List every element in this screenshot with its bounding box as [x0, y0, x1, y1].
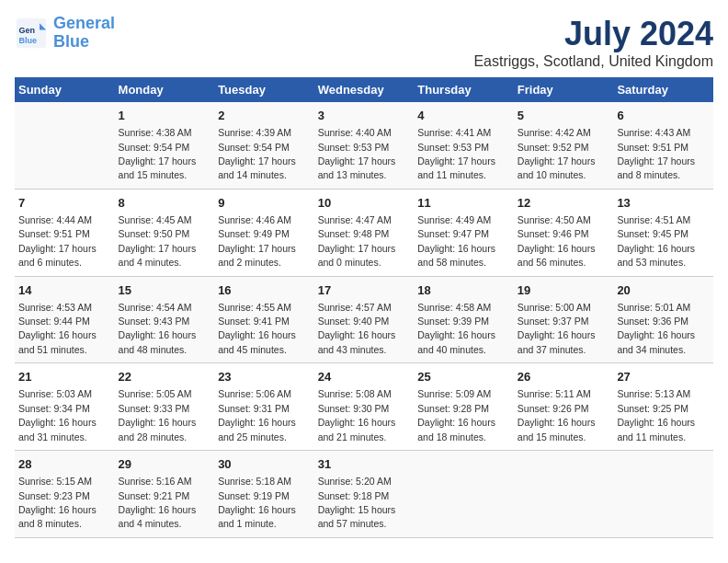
day-info: Sunrise: 5:05 AM Sunset: 9:33 PM Dayligh… — [119, 388, 197, 442]
day-info: Sunrise: 4:46 AM Sunset: 9:49 PM Dayligh… — [218, 214, 296, 268]
calendar-cell — [15, 102, 115, 189]
calendar-cell: 3Sunrise: 4:40 AM Sunset: 9:53 PM Daylig… — [314, 102, 415, 189]
day-info: Sunrise: 5:16 AM Sunset: 9:21 PM Dayligh… — [119, 476, 197, 529]
day-number: 1 — [119, 108, 211, 124]
logo-line2: Blue — [53, 32, 89, 51]
week-row-1: 1Sunrise: 4:38 AM Sunset: 9:54 PM Daylig… — [15, 102, 713, 189]
week-row-3: 14Sunrise: 4:53 AM Sunset: 9:44 PM Dayli… — [15, 276, 713, 363]
logo: Gen Blue General Blue — [15, 15, 115, 52]
day-info: Sunrise: 4:39 AM Sunset: 9:54 PM Dayligh… — [218, 127, 296, 180]
column-header-wednesday: Wednesday — [314, 77, 415, 102]
calendar-body: 1Sunrise: 4:38 AM Sunset: 9:54 PM Daylig… — [15, 102, 713, 537]
svg-text:Gen: Gen — [19, 26, 36, 35]
calendar-cell: 10Sunrise: 4:47 AM Sunset: 9:48 PM Dayli… — [314, 189, 415, 276]
day-info: Sunrise: 5:00 AM Sunset: 9:37 PM Dayligh… — [518, 302, 596, 355]
day-number: 8 — [119, 195, 211, 212]
calendar-cell: 16Sunrise: 4:55 AM Sunset: 9:41 PM Dayli… — [214, 276, 314, 363]
subtitle: Eastriggs, Scotland, United Kingdom — [473, 53, 713, 70]
day-info: Sunrise: 5:11 AM Sunset: 9:26 PM Dayligh… — [518, 388, 596, 442]
day-info: Sunrise: 4:51 AM Sunset: 9:45 PM Dayligh… — [617, 214, 695, 268]
day-info: Sunrise: 4:38 AM Sunset: 9:54 PM Dayligh… — [119, 127, 197, 180]
week-row-5: 28Sunrise: 5:15 AM Sunset: 9:23 PM Dayli… — [15, 451, 713, 538]
svg-text:Blue: Blue — [19, 36, 38, 45]
calendar-cell: 17Sunrise: 4:57 AM Sunset: 9:40 PM Dayli… — [314, 276, 415, 363]
day-number: 10 — [318, 195, 411, 212]
day-info: Sunrise: 5:09 AM Sunset: 9:28 PM Dayligh… — [417, 388, 495, 442]
day-number: 30 — [218, 456, 311, 473]
calendar-cell: 29Sunrise: 5:16 AM Sunset: 9:21 PM Dayli… — [115, 451, 215, 538]
week-row-2: 7Sunrise: 4:44 AM Sunset: 9:51 PM Daylig… — [15, 189, 713, 276]
calendar-cell: 30Sunrise: 5:18 AM Sunset: 9:19 PM Dayli… — [214, 451, 314, 538]
calendar-cell: 20Sunrise: 5:01 AM Sunset: 9:36 PM Dayli… — [613, 276, 713, 363]
day-info: Sunrise: 4:58 AM Sunset: 9:39 PM Dayligh… — [417, 302, 495, 355]
day-info: Sunrise: 5:20 AM Sunset: 9:18 PM Dayligh… — [318, 476, 396, 529]
day-number: 13 — [617, 195, 710, 212]
calendar-cell: 13Sunrise: 4:51 AM Sunset: 9:45 PM Dayli… — [613, 189, 713, 276]
calendar-cell: 4Sunrise: 4:41 AM Sunset: 9:53 PM Daylig… — [414, 102, 514, 189]
day-info: Sunrise: 4:54 AM Sunset: 9:43 PM Dayligh… — [119, 302, 197, 355]
day-number: 12 — [518, 195, 610, 212]
day-info: Sunrise: 5:06 AM Sunset: 9:31 PM Dayligh… — [218, 388, 296, 442]
day-number: 26 — [518, 369, 610, 385]
calendar-cell: 28Sunrise: 5:15 AM Sunset: 9:23 PM Dayli… — [15, 451, 115, 538]
day-number: 14 — [18, 282, 111, 299]
calendar-cell: 9Sunrise: 4:46 AM Sunset: 9:49 PM Daylig… — [214, 189, 314, 276]
day-number: 7 — [18, 195, 111, 212]
day-info: Sunrise: 4:50 AM Sunset: 9:46 PM Dayligh… — [518, 214, 596, 268]
day-number: 11 — [417, 195, 510, 212]
day-info: Sunrise: 4:40 AM Sunset: 9:53 PM Dayligh… — [318, 127, 396, 180]
day-number: 19 — [518, 282, 610, 299]
calendar-cell: 5Sunrise: 4:42 AM Sunset: 9:52 PM Daylig… — [514, 102, 614, 189]
day-number: 2 — [218, 108, 311, 124]
day-info: Sunrise: 4:45 AM Sunset: 9:50 PM Dayligh… — [119, 214, 197, 268]
day-info: Sunrise: 4:43 AM Sunset: 9:51 PM Dayligh… — [617, 127, 695, 180]
calendar-cell: 27Sunrise: 5:13 AM Sunset: 9:25 PM Dayli… — [613, 363, 713, 451]
calendar-cell — [514, 451, 614, 538]
day-info: Sunrise: 4:57 AM Sunset: 9:40 PM Dayligh… — [318, 302, 396, 355]
column-header-monday: Monday — [115, 77, 215, 102]
day-info: Sunrise: 4:53 AM Sunset: 9:44 PM Dayligh… — [18, 302, 97, 355]
column-header-sunday: Sunday — [15, 77, 115, 102]
day-number: 20 — [617, 282, 710, 299]
day-info: Sunrise: 4:47 AM Sunset: 9:48 PM Dayligh… — [318, 214, 396, 268]
day-number: 22 — [119, 369, 211, 385]
day-number: 17 — [318, 282, 411, 299]
day-info: Sunrise: 5:08 AM Sunset: 9:30 PM Dayligh… — [318, 388, 396, 442]
day-number: 15 — [119, 282, 211, 299]
day-info: Sunrise: 5:03 AM Sunset: 9:34 PM Dayligh… — [18, 388, 97, 442]
day-info: Sunrise: 4:44 AM Sunset: 9:51 PM Dayligh… — [18, 214, 97, 268]
calendar-cell: 18Sunrise: 4:58 AM Sunset: 9:39 PM Dayli… — [414, 276, 514, 363]
calendar-cell: 25Sunrise: 5:09 AM Sunset: 9:28 PM Dayli… — [414, 363, 514, 451]
calendar-cell: 1Sunrise: 4:38 AM Sunset: 9:54 PM Daylig… — [115, 102, 215, 189]
day-number: 31 — [318, 456, 411, 473]
day-number: 29 — [119, 456, 211, 473]
day-number: 25 — [417, 369, 510, 385]
logo-icon: Gen Blue — [15, 17, 48, 50]
logo-text: General Blue — [53, 15, 115, 52]
calendar-cell: 24Sunrise: 5:08 AM Sunset: 9:30 PM Dayli… — [314, 363, 415, 451]
calendar-cell: 8Sunrise: 4:45 AM Sunset: 9:50 PM Daylig… — [115, 189, 215, 276]
day-info: Sunrise: 5:15 AM Sunset: 9:23 PM Dayligh… — [18, 476, 97, 529]
day-number: 24 — [318, 369, 411, 385]
page-header: Gen Blue General Blue July 2024 Eastrigg… — [15, 15, 713, 70]
day-number: 4 — [417, 108, 510, 124]
column-header-friday: Friday — [514, 77, 614, 102]
calendar-cell: 26Sunrise: 5:11 AM Sunset: 9:26 PM Dayli… — [514, 363, 614, 451]
calendar-cell: 21Sunrise: 5:03 AM Sunset: 9:34 PM Dayli… — [15, 363, 115, 451]
day-number: 21 — [18, 369, 111, 385]
day-info: Sunrise: 4:42 AM Sunset: 9:52 PM Dayligh… — [518, 127, 596, 180]
calendar-cell: 11Sunrise: 4:49 AM Sunset: 9:47 PM Dayli… — [414, 189, 514, 276]
calendar-cell: 15Sunrise: 4:54 AM Sunset: 9:43 PM Dayli… — [115, 276, 215, 363]
day-number: 16 — [218, 282, 311, 299]
week-row-4: 21Sunrise: 5:03 AM Sunset: 9:34 PM Dayli… — [15, 363, 713, 451]
column-header-thursday: Thursday — [414, 77, 514, 102]
day-number: 27 — [617, 369, 710, 385]
day-number: 23 — [218, 369, 311, 385]
day-info: Sunrise: 5:01 AM Sunset: 9:36 PM Dayligh… — [617, 302, 695, 355]
day-number: 6 — [617, 108, 710, 124]
day-number: 18 — [417, 282, 510, 299]
day-number: 28 — [18, 456, 111, 473]
calendar-cell: 2Sunrise: 4:39 AM Sunset: 9:54 PM Daylig… — [214, 102, 314, 189]
calendar-cell — [613, 451, 713, 538]
logo-line1: General — [53, 14, 115, 32]
